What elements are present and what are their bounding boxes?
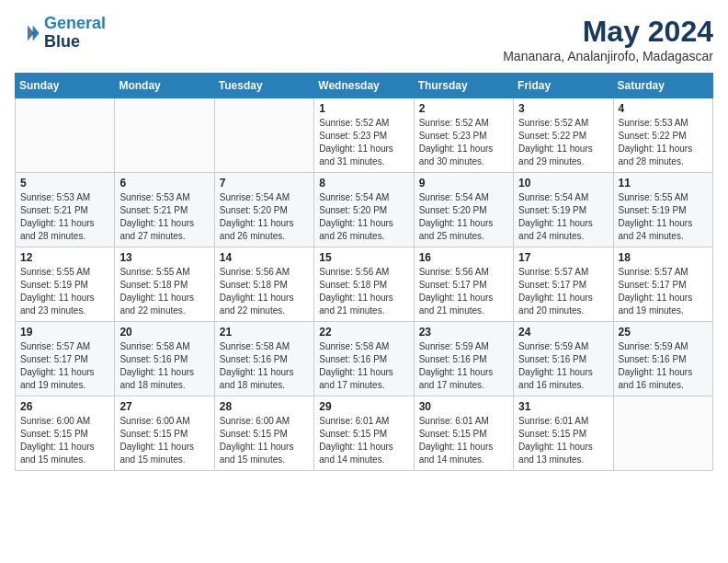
day-number: 13	[119, 251, 209, 264]
day-info: Sunrise: 6:00 AM Sunset: 5:15 PM Dayligh…	[220, 415, 309, 466]
day-number: 17	[518, 251, 608, 264]
day-info: Sunrise: 5:57 AM Sunset: 5:17 PM Dayligh…	[20, 340, 109, 392]
calendar-cell: 7Sunrise: 5:54 AM Sunset: 5:20 PM Daylig…	[214, 173, 313, 247]
day-number: 7	[220, 177, 309, 190]
calendar-cell: 16Sunrise: 5:56 AM Sunset: 5:17 PM Dayli…	[414, 247, 513, 322]
day-info: Sunrise: 5:59 AM Sunset: 5:16 PM Dayligh…	[518, 340, 608, 392]
day-info: Sunrise: 5:52 AM Sunset: 5:23 PM Dayligh…	[319, 117, 408, 168]
weekday-header: Saturday	[613, 74, 712, 98]
calendar-cell: 9Sunrise: 5:54 AM Sunset: 5:20 PM Daylig…	[414, 173, 513, 247]
day-info: Sunrise: 5:55 AM Sunset: 5:18 PM Dayligh…	[119, 266, 209, 317]
calendar-cell: 23Sunrise: 5:59 AM Sunset: 5:16 PM Dayli…	[414, 322, 513, 396]
day-number: 3	[518, 102, 608, 115]
calendar-week-row: 1Sunrise: 5:52 AM Sunset: 5:23 PM Daylig…	[16, 98, 713, 173]
weekday-header: Monday	[115, 74, 214, 98]
day-number: 12	[20, 251, 109, 264]
calendar-cell: 12Sunrise: 5:55 AM Sunset: 5:19 PM Dayli…	[16, 247, 115, 322]
day-info: Sunrise: 5:56 AM Sunset: 5:18 PM Dayligh…	[220, 266, 309, 317]
calendar-cell: 21Sunrise: 5:58 AM Sunset: 5:16 PM Dayli…	[214, 322, 313, 396]
day-number: 25	[619, 326, 708, 339]
day-info: Sunrise: 5:56 AM Sunset: 5:17 PM Dayligh…	[419, 266, 508, 317]
calendar-week-row: 12Sunrise: 5:55 AM Sunset: 5:19 PM Dayli…	[16, 247, 713, 322]
day-number: 1	[319, 102, 408, 115]
day-number: 6	[119, 177, 209, 190]
calendar-cell: 27Sunrise: 6:00 AM Sunset: 5:15 PM Dayli…	[115, 396, 214, 471]
day-info: Sunrise: 5:56 AM Sunset: 5:18 PM Dayligh…	[319, 266, 408, 317]
day-number: 19	[20, 326, 109, 339]
day-info: Sunrise: 5:54 AM Sunset: 5:20 PM Dayligh…	[319, 191, 408, 243]
day-info: Sunrise: 5:52 AM Sunset: 5:23 PM Dayligh…	[419, 117, 508, 168]
day-info: Sunrise: 6:00 AM Sunset: 5:15 PM Dayligh…	[20, 415, 109, 466]
calendar-cell	[115, 98, 214, 173]
day-number: 16	[419, 251, 508, 264]
day-number: 22	[319, 326, 408, 339]
calendar-cell: 14Sunrise: 5:56 AM Sunset: 5:18 PM Dayli…	[214, 247, 313, 322]
day-number: 30	[419, 400, 508, 413]
day-number: 21	[220, 326, 309, 339]
calendar-cell	[613, 396, 712, 471]
weekday-header: Thursday	[414, 74, 513, 98]
day-number: 29	[319, 400, 408, 413]
location-title: Mananara, Analanjirofo, Madagascar	[503, 49, 713, 63]
calendar-week-row: 26Sunrise: 6:00 AM Sunset: 5:15 PM Dayli…	[16, 396, 713, 471]
title-area: May 2024 Mananara, Analanjirofo, Madagas…	[503, 15, 713, 63]
logo: General Blue	[15, 15, 106, 52]
calendar-cell: 17Sunrise: 5:57 AM Sunset: 5:17 PM Dayli…	[514, 247, 613, 322]
day-number: 18	[619, 251, 708, 264]
day-info: Sunrise: 5:54 AM Sunset: 5:20 PM Dayligh…	[220, 191, 309, 243]
day-info: Sunrise: 5:58 AM Sunset: 5:16 PM Dayligh…	[220, 340, 309, 392]
day-info: Sunrise: 5:59 AM Sunset: 5:16 PM Dayligh…	[619, 340, 708, 392]
calendar-cell: 8Sunrise: 5:54 AM Sunset: 5:20 PM Daylig…	[314, 173, 414, 247]
day-info: Sunrise: 5:54 AM Sunset: 5:20 PM Dayligh…	[419, 191, 508, 243]
day-info: Sunrise: 6:00 AM Sunset: 5:15 PM Dayligh…	[119, 415, 209, 466]
calendar-cell: 1Sunrise: 5:52 AM Sunset: 5:23 PM Daylig…	[314, 98, 414, 173]
day-number: 9	[419, 177, 508, 190]
day-info: Sunrise: 5:58 AM Sunset: 5:16 PM Dayligh…	[119, 340, 209, 392]
calendar-cell: 3Sunrise: 5:52 AM Sunset: 5:22 PM Daylig…	[514, 98, 613, 173]
calendar-cell: 25Sunrise: 5:59 AM Sunset: 5:16 PM Dayli…	[613, 322, 712, 396]
day-info: Sunrise: 5:53 AM Sunset: 5:21 PM Dayligh…	[119, 191, 209, 243]
day-info: Sunrise: 5:55 AM Sunset: 5:19 PM Dayligh…	[20, 266, 109, 317]
day-info: Sunrise: 5:55 AM Sunset: 5:19 PM Dayligh…	[619, 191, 708, 243]
day-info: Sunrise: 5:57 AM Sunset: 5:17 PM Dayligh…	[619, 266, 708, 317]
calendar-cell	[214, 98, 313, 173]
day-number: 15	[319, 251, 408, 264]
weekday-header: Friday	[514, 74, 613, 98]
day-number: 20	[119, 326, 209, 339]
weekday-header-row: SundayMondayTuesdayWednesdayThursdayFrid…	[16, 74, 713, 98]
calendar-cell: 13Sunrise: 5:55 AM Sunset: 5:18 PM Dayli…	[115, 247, 214, 322]
day-number: 27	[119, 400, 209, 413]
day-info: Sunrise: 5:57 AM Sunset: 5:17 PM Dayligh…	[518, 266, 608, 317]
day-info: Sunrise: 6:01 AM Sunset: 5:15 PM Dayligh…	[518, 415, 608, 466]
day-info: Sunrise: 5:59 AM Sunset: 5:16 PM Dayligh…	[419, 340, 508, 392]
weekday-header: Sunday	[16, 74, 115, 98]
day-info: Sunrise: 5:53 AM Sunset: 5:22 PM Dayligh…	[619, 117, 708, 168]
calendar-cell: 22Sunrise: 5:58 AM Sunset: 5:16 PM Dayli…	[314, 322, 414, 396]
calendar-week-row: 5Sunrise: 5:53 AM Sunset: 5:21 PM Daylig…	[16, 173, 713, 247]
weekday-header: Wednesday	[314, 74, 414, 98]
day-number: 8	[319, 177, 408, 190]
logo-text: General Blue	[44, 15, 106, 52]
calendar-cell: 20Sunrise: 5:58 AM Sunset: 5:16 PM Dayli…	[115, 322, 214, 396]
day-number: 5	[20, 177, 109, 190]
calendar-cell: 2Sunrise: 5:52 AM Sunset: 5:23 PM Daylig…	[414, 98, 513, 173]
calendar-cell: 6Sunrise: 5:53 AM Sunset: 5:21 PM Daylig…	[115, 173, 214, 247]
month-title: May 2024	[503, 15, 713, 49]
calendar-week-row: 19Sunrise: 5:57 AM Sunset: 5:17 PM Dayli…	[16, 322, 713, 396]
day-info: Sunrise: 6:01 AM Sunset: 5:15 PM Dayligh…	[419, 415, 508, 466]
weekday-header: Tuesday	[214, 74, 313, 98]
calendar-cell	[16, 98, 115, 173]
logo-icon	[15, 20, 40, 46]
day-number: 4	[619, 102, 708, 115]
calendar-cell: 24Sunrise: 5:59 AM Sunset: 5:16 PM Dayli…	[514, 322, 613, 396]
day-info: Sunrise: 5:58 AM Sunset: 5:16 PM Dayligh…	[319, 340, 408, 392]
day-number: 14	[220, 251, 309, 264]
calendar-cell: 15Sunrise: 5:56 AM Sunset: 5:18 PM Dayli…	[314, 247, 414, 322]
page-header: General Blue May 2024 Mananara, Analanji…	[15, 15, 713, 63]
calendar-cell: 18Sunrise: 5:57 AM Sunset: 5:17 PM Dayli…	[613, 247, 712, 322]
calendar-cell: 31Sunrise: 6:01 AM Sunset: 5:15 PM Dayli…	[514, 396, 613, 471]
calendar-cell: 30Sunrise: 6:01 AM Sunset: 5:15 PM Dayli…	[414, 396, 513, 471]
calendar-cell: 5Sunrise: 5:53 AM Sunset: 5:21 PM Daylig…	[16, 173, 115, 247]
day-number: 28	[220, 400, 309, 413]
day-info: Sunrise: 5:53 AM Sunset: 5:21 PM Dayligh…	[20, 191, 109, 243]
